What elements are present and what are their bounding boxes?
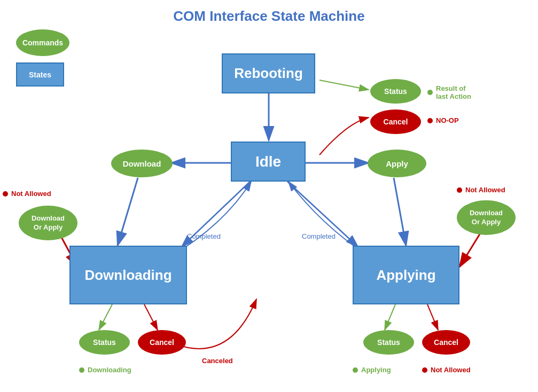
- label-no-op: NO-OP: [427, 116, 459, 124]
- label-completed-left: Completed: [187, 232, 221, 240]
- label-canceled: Canceled: [202, 357, 233, 365]
- legend-command: Commands: [16, 29, 69, 56]
- svg-line-7: [118, 178, 138, 246]
- cmd-cancel-top: Cancel: [370, 109, 421, 134]
- state-rebooting: Rebooting: [222, 53, 315, 93]
- svg-line-17: [459, 232, 481, 267]
- label-not-allowed-left: Not Allowed: [3, 190, 51, 198]
- svg-line-14: [385, 304, 395, 330]
- cmd-status-top: Status: [370, 79, 421, 104]
- svg-line-11: [319, 80, 369, 90]
- svg-line-12: [99, 304, 112, 330]
- label-result-last-action: Result oflast Action: [427, 84, 471, 100]
- label-completed-right: Completed: [302, 232, 336, 240]
- cmd-download-or-apply-right: DownloadOr Apply: [457, 200, 516, 235]
- diagram-container: COM Interface State Machine Commands Sta…: [0, 0, 538, 392]
- legend: Commands States: [16, 29, 69, 87]
- state-applying: Applying: [353, 246, 459, 304]
- svg-line-15: [427, 304, 438, 330]
- state-downloading: Downloading: [69, 246, 187, 304]
- cmd-download: Download: [111, 150, 173, 177]
- svg-line-8: [394, 178, 406, 246]
- label-applying-status: Applying: [353, 366, 391, 374]
- cmd-cancel-applying: Cancel: [422, 330, 470, 355]
- cmd-apply: Apply: [368, 150, 426, 177]
- label-not-allowed-cancel: Not Allowed: [422, 366, 471, 374]
- cmd-cancel-downloading: Cancel: [138, 330, 186, 355]
- diagram-title: COM Interface State Machine: [0, 3, 538, 25]
- cmd-status-downloading: Status: [79, 330, 130, 355]
- cmd-download-or-apply-left: DownloadOr Apply: [19, 206, 77, 240]
- label-not-allowed-right: Not Allowed: [457, 186, 505, 194]
- state-idle: Idle: [231, 142, 306, 182]
- cmd-status-applying: Status: [363, 330, 414, 355]
- label-downloading-status: Downloading: [79, 366, 131, 374]
- svg-line-13: [144, 304, 158, 330]
- legend-state: States: [16, 62, 64, 87]
